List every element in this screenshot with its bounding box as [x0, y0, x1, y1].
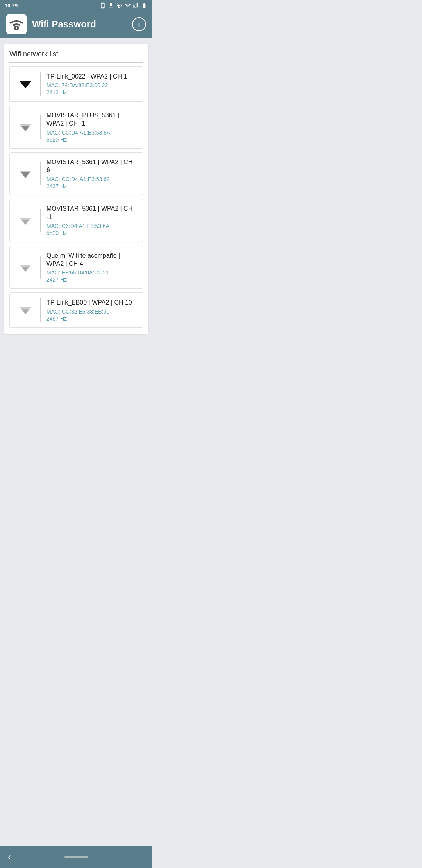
- divider: [40, 115, 41, 139]
- network-item[interactable]: MOVISTAR_5361 | WPA2 | CH -1 MAC: C6:D4:…: [9, 199, 143, 242]
- wifi-signal-icon: [17, 302, 34, 318]
- wifi-lock-icon: [9, 16, 24, 32]
- network-freq: 5520 Hz: [46, 136, 136, 143]
- app-title: Wifi Password: [32, 19, 127, 30]
- wifi-icon-wrap: [16, 302, 35, 318]
- wifi-signal-icon: [17, 119, 34, 135]
- svg-point-2: [16, 27, 17, 29]
- network-freq: 2427 Hz: [46, 276, 136, 283]
- wifi-icon-wrap: [16, 76, 35, 92]
- network-name: MOVISTAR_PLUS_5361 | WPA2 | CH -1: [46, 111, 136, 128]
- network-mac: MAC: C6:D4:A1:E3:53:6A: [46, 223, 136, 229]
- network-info: MOVISTAR_5361 | WPA2 | CH 6 MAC: CC:D4:A…: [46, 158, 136, 190]
- wifi-signal-icon: [17, 259, 34, 276]
- status-time: 10:29: [5, 3, 18, 9]
- network-name: Que mi Wifi te acompañe | WPA2 | CH 4: [46, 252, 136, 268]
- divider: [40, 298, 41, 322]
- divider: [40, 209, 41, 232]
- wifi-icon-wrap: [16, 119, 35, 135]
- network-info: TP-Link_0022 | WPA2 | CH 1 MAC: 74:DA:88…: [46, 73, 136, 96]
- signal-icon: [133, 2, 139, 9]
- network-mac: MAC: CC:D4:A1:E3:53:6A: [46, 129, 136, 136]
- wifi-signal-icon: [17, 76, 34, 92]
- network-mac: MAC: 74:DA:88:E3:00:22: [46, 82, 136, 88]
- network-mac: MAC: E8:65:D4:0A:C1:21: [46, 269, 136, 276]
- network-freq: 2437 Hz: [46, 183, 136, 189]
- network-list: TP-Link_0022 | WPA2 | CH 1 MAC: 74:DA:88…: [9, 66, 143, 328]
- svg-marker-3: [20, 81, 31, 88]
- main-content: Wifi network list TP-Link_0022 | WPA2 | …: [0, 38, 152, 340]
- wifi-icon-wrap: [16, 212, 35, 229]
- network-mac: MAC: CC:D4:A1:E3:53:62: [46, 176, 136, 182]
- wifi-status-icon: [124, 2, 131, 9]
- app-bar: Wifi Password i: [0, 11, 152, 38]
- network-info: TP-Link_EB00 | WPA2 | CH 10 MAC: CC:32:E…: [46, 299, 136, 322]
- wifi-signal-icon: [17, 165, 34, 182]
- download-icon: [108, 2, 114, 9]
- divider: [40, 72, 41, 96]
- wifi-signal-icon: [17, 212, 34, 229]
- network-info: Que mi Wifi te acompañe | WPA2 | CH 4 MA…: [46, 252, 136, 283]
- network-mac: MAC: CC:32:E5:38:EB:00: [46, 308, 136, 315]
- network-name: TP-Link_0022 | WPA2 | CH 1: [46, 73, 136, 81]
- network-name: MOVISTAR_5361 | WPA2 | CH 6: [46, 158, 136, 175]
- wifi-icon-wrap: [16, 165, 35, 182]
- divider: [40, 162, 41, 185]
- wifi-icon-wrap: [16, 259, 35, 276]
- network-name: MOVISTAR_5361 | WPA2 | CH -1: [46, 205, 136, 221]
- app-icon: [6, 14, 27, 34]
- network-freq: 2457 Hz: [46, 316, 136, 322]
- network-item[interactable]: MOVISTAR_5361 | WPA2 | CH 6 MAC: CC:D4:A…: [9, 152, 143, 195]
- status-icons: [100, 2, 148, 9]
- silent-icon: [116, 2, 122, 9]
- network-name: TP-Link_EB00 | WPA2 | CH 10: [46, 299, 136, 307]
- info-button[interactable]: i: [132, 17, 146, 31]
- screenshot-icon: [100, 2, 106, 9]
- network-freq: 2412 Hz: [46, 89, 136, 95]
- network-freq: 5520 Hz: [46, 230, 136, 236]
- network-item[interactable]: TP-Link_0022 | WPA2 | CH 1 MAC: 74:DA:88…: [9, 66, 143, 102]
- network-item[interactable]: MOVISTAR_PLUS_5361 | WPA2 | CH -1 MAC: C…: [9, 106, 143, 149]
- network-info: MOVISTAR_PLUS_5361 | WPA2 | CH -1 MAC: C…: [46, 111, 136, 143]
- battery-icon: [141, 2, 148, 9]
- status-bar: 10:29: [0, 0, 152, 11]
- network-item[interactable]: TP-Link_EB00 | WPA2 | CH 10 MAC: CC:32:E…: [9, 292, 143, 328]
- section-title: Wifi network list: [9, 50, 143, 63]
- divider: [40, 256, 41, 279]
- network-item[interactable]: Que mi Wifi te acompañe | WPA2 | CH 4 MA…: [9, 246, 143, 289]
- network-card: Wifi network list TP-Link_0022 | WPA2 | …: [4, 44, 148, 334]
- network-info: MOVISTAR_5361 | WPA2 | CH -1 MAC: C6:D4:…: [46, 205, 136, 236]
